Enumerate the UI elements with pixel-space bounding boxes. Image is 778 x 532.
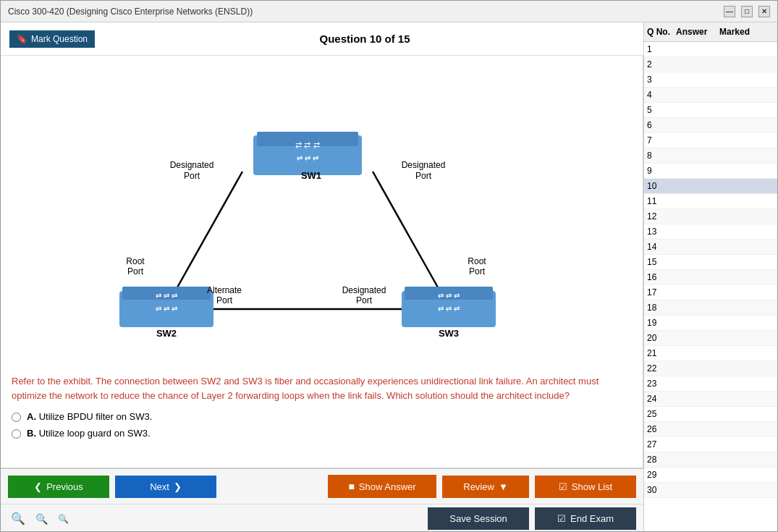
qlist-row[interactable]: 13 — [644, 224, 777, 240]
qlist-body: 1234567891011121314151617181920212223242… — [644, 42, 777, 532]
svg-text:⇄ ⇄ ⇄: ⇄ ⇄ ⇄ — [295, 140, 319, 149]
qlist-row[interactable]: 11 — [644, 194, 777, 209]
qlist-row[interactable]: 30 — [644, 483, 777, 498]
qlist-row[interactable]: 12 — [644, 209, 777, 224]
qlist-row[interactable]: 19 — [644, 316, 777, 331]
bottom-toolbar: ❮ Previous Next ❯ ■ Show Answer Review ▼ — [1, 468, 643, 532]
qlist-row[interactable]: 22 — [644, 361, 777, 376]
end-exam-checkbox-icon: ☑ — [557, 513, 566, 524]
sw3-label: SW3 — [438, 328, 458, 339]
qlist-row[interactable]: 26 — [644, 422, 777, 437]
svg-text:⇄ ⇄ ⇄: ⇄ ⇄ ⇄ — [438, 305, 460, 313]
svg-line-1 — [373, 172, 438, 287]
qlist-row[interactable]: 5 — [644, 103, 777, 118]
question-text: Refer to the exhibit. The connection bet… — [12, 374, 632, 402]
end-exam-button[interactable]: ☑ End Exam — [535, 507, 636, 530]
toolbar-row1: ❮ Previous Next ❯ ■ Show Answer Review ▼ — [1, 469, 643, 504]
qlist-row[interactable]: 6 — [644, 118, 777, 133]
svg-text:Port: Port — [415, 171, 431, 181]
qlist-row[interactable]: 27 — [644, 437, 777, 452]
qlist-row[interactable]: 14 — [644, 240, 777, 255]
svg-text:Alternate: Alternate — [206, 285, 241, 295]
sw1-designated-right-1: Designated — [401, 160, 445, 170]
qlist-row[interactable]: 16 — [644, 270, 777, 285]
qlist-col-answer: Answer — [676, 27, 719, 37]
qlist-row[interactable]: 1 — [644, 42, 777, 57]
qlist-row[interactable]: 29 — [644, 468, 777, 483]
titlebar: Cisco 300-420 (Designing Cisco Enterpris… — [1, 1, 777, 22]
qlist-row[interactable]: 20 — [644, 331, 777, 346]
network-diagram: ⇄ ⇄ ⇄ ⇄ ⇄ ⇄ SW1 Designated Port Designat… — [98, 63, 546, 367]
question-list-panel: Q No. Answer Marked 12345678910111213141… — [643, 22, 777, 532]
answer-label-a: A. Utilize BPDU filter on SW3. — [27, 411, 152, 422]
titlebar-title: Cisco 300-420 (Designing Cisco Enterpris… — [8, 7, 253, 17]
qlist-col-no: Q No. — [647, 27, 676, 37]
content-area: 🔖 Mark Question Question 10 of 15 — [1, 22, 643, 532]
answer-radio-b[interactable] — [12, 429, 21, 439]
bookmark-icon: 🔖 — [17, 34, 28, 44]
svg-text:Root: Root — [468, 256, 486, 266]
svg-text:Port: Port — [183, 171, 200, 181]
review-dropdown-icon: ▼ — [499, 481, 508, 492]
titlebar-controls: — □ ✕ — [724, 6, 770, 17]
svg-text:⇄ ⇄ ⇄: ⇄ ⇄ ⇄ — [438, 292, 460, 300]
qlist-row[interactable]: 23 — [644, 376, 777, 392]
toolbar-row2: 🔍 🔍 🔍 Save Session ☑ End Exam — [1, 504, 643, 532]
svg-text:⇄ ⇄ ⇄: ⇄ ⇄ ⇄ — [156, 305, 177, 313]
maximize-button[interactable]: □ — [741, 6, 753, 17]
zoom-out-button[interactable]: 🔍 — [55, 512, 72, 525]
mark-question-button[interactable]: 🔖 Mark Question — [9, 30, 95, 48]
qlist-row[interactable]: 2 — [644, 57, 777, 72]
review-button[interactable]: Review ▼ — [442, 476, 529, 498]
main-container: 🔖 Mark Question Question 10 of 15 — [1, 22, 777, 532]
zoom-controls: 🔍 🔍 🔍 — [8, 510, 72, 527]
answer-label-b: B. Utilize loop guard on SW3. — [27, 428, 151, 439]
qlist-row[interactable]: 18 — [644, 300, 777, 316]
svg-text:Designated: Designated — [342, 285, 386, 295]
qlist-header: Q No. Answer Marked — [644, 22, 777, 42]
svg-text:Port: Port — [127, 266, 143, 276]
mark-question-label: Mark Question — [31, 34, 88, 44]
qlist-row[interactable]: 10 — [644, 179, 777, 194]
qlist-row[interactable]: 28 — [644, 452, 777, 468]
save-session-button[interactable]: Save Session — [428, 507, 529, 530]
question-body: ⇄ ⇄ ⇄ ⇄ ⇄ ⇄ SW1 Designated Port Designat… — [1, 56, 643, 468]
answer-option-b: B. Utilize loop guard on SW3. — [12, 428, 632, 439]
svg-text:Root: Root — [126, 256, 145, 266]
svg-text:Port: Port — [468, 266, 485, 276]
qlist-row[interactable]: 4 — [644, 88, 777, 103]
answer-option-a: A. Utilize BPDU filter on SW3. — [12, 411, 632, 422]
prev-arrow-icon: ❮ — [34, 481, 42, 492]
diagram-container: ⇄ ⇄ ⇄ ⇄ ⇄ ⇄ SW1 Designated Port Designat… — [12, 63, 632, 367]
qlist-row[interactable]: 17 — [644, 285, 777, 300]
qlist-row[interactable]: 8 — [644, 148, 777, 164]
svg-text:⇄ ⇄ ⇄: ⇄ ⇄ ⇄ — [156, 292, 177, 300]
svg-text:⇄ ⇄ ⇄: ⇄ ⇄ ⇄ — [297, 154, 318, 162]
show-list-button[interactable]: ☑ Show List — [535, 476, 636, 498]
sw2-label: SW2 — [156, 328, 176, 339]
qlist-row[interactable]: 7 — [644, 133, 777, 148]
qlist-row[interactable]: 25 — [644, 407, 777, 422]
zoom-in-button[interactable]: 🔍 — [8, 510, 28, 527]
qlist-row[interactable]: 3 — [644, 72, 777, 88]
svg-line-0 — [177, 172, 242, 287]
answer-radio-a[interactable] — [12, 413, 21, 422]
sw1-label: SW1 — [300, 170, 321, 181]
show-answer-icon: ■ — [348, 481, 354, 492]
qlist-row[interactable]: 9 — [644, 164, 777, 179]
show-answer-button[interactable]: ■ Show Answer — [328, 475, 436, 498]
qlist-row[interactable]: 21 — [644, 346, 777, 361]
qlist-row[interactable]: 15 — [644, 255, 777, 270]
qlist-row[interactable]: 24 — [644, 392, 777, 407]
svg-text:Port: Port — [216, 295, 232, 305]
minimize-button[interactable]: — — [724, 6, 735, 17]
previous-button[interactable]: ❮ Previous — [8, 476, 109, 498]
qlist-col-marked: Marked — [719, 27, 763, 37]
next-button[interactable]: Next ❯ — [115, 476, 216, 498]
header-bar: 🔖 Mark Question Question 10 of 15 — [1, 22, 643, 56]
sw1-designated-left-1: Designated — [169, 160, 213, 170]
question-title: Question 10 of 15 — [95, 33, 635, 45]
zoom-reset-button[interactable]: 🔍 — [33, 512, 51, 526]
close-button[interactable]: ✕ — [758, 6, 770, 17]
next-arrow-icon: ❯ — [174, 481, 182, 492]
